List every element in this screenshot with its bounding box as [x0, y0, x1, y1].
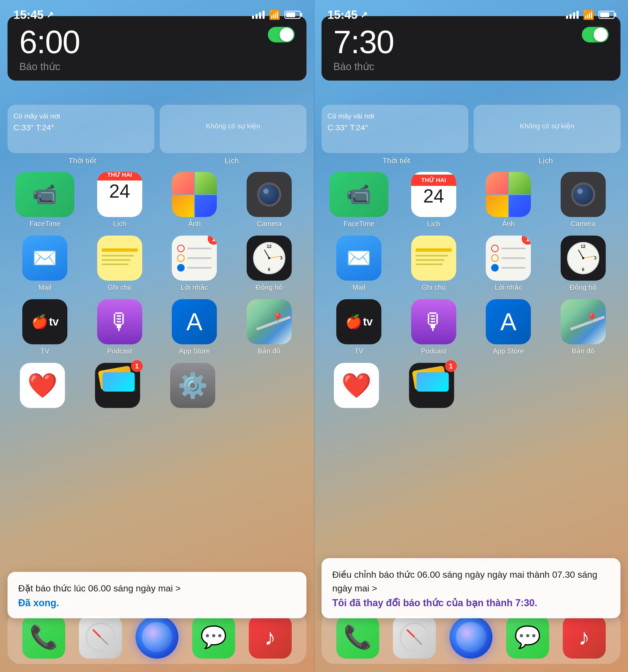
- left-weather-text: Có mây vài nơi: [14, 111, 148, 121]
- right-dock-music[interactable]: ♪: [563, 616, 606, 658]
- right-dock-phone[interactable]: 📞: [336, 616, 379, 658]
- right-calendar-label: Lịch: [471, 156, 621, 165]
- right-weather-label: Thời tiết: [322, 156, 471, 165]
- facetime-video-icon: 📹: [32, 183, 57, 206]
- right-status-right: 📶: [566, 9, 614, 20]
- left-app-row-1: 📹 FaceTime THỨ HAI 24 Lịch: [7, 172, 306, 228]
- right-app-camera[interactable]: Camera: [554, 172, 613, 228]
- settings-gear-icon: ⚙️: [178, 371, 208, 400]
- right-facetime-icon: 📹: [346, 183, 372, 206]
- right-app-grid: 📹 FaceTime THỨ HAI 24 Lịch: [322, 172, 621, 418]
- left-wifi-icon: 📶: [269, 9, 280, 20]
- left-app-clock[interactable]: 12 3 6 Đồng hồ: [240, 236, 299, 292]
- left-battery-icon: [284, 11, 301, 19]
- right-phone-icon: 📞: [344, 624, 372, 650]
- right-app-clock[interactable]: 12 3 6 Đồng hồ: [554, 236, 613, 292]
- left-dock-messages[interactable]: 💬: [192, 616, 235, 658]
- right-widgets-row: Có mây vài nơi C:33° T:24° Không có sự k…: [322, 105, 621, 153]
- left-app-settings[interactable]: ⚙️: [163, 363, 222, 411]
- left-dock-siri[interactable]: [135, 616, 178, 658]
- right-mail-icon: ✉️: [346, 246, 372, 270]
- right-app-health[interactable]: ❤️: [327, 363, 386, 411]
- left-app-notes[interactable]: Ghi chú: [90, 236, 149, 292]
- right-weather-wrapper: Có mây vài nơi C:33° T:24°: [322, 105, 468, 153]
- music-note-icon: ♪: [265, 624, 276, 650]
- right-signal-icon: [566, 11, 579, 19]
- left-dock-music[interactable]: ♪: [249, 616, 292, 658]
- right-app-wallet[interactable]: 1: [402, 363, 461, 411]
- right-time-text: 15:45: [327, 8, 358, 22]
- messages-bubble-icon: 💬: [200, 624, 227, 650]
- right-app-calendar[interactable]: THỨ HAI 24 Lịch: [404, 172, 463, 228]
- left-signal-icon: [252, 11, 265, 19]
- left-app-wallet[interactable]: 1: [88, 363, 147, 411]
- left-siri-main-text: Đặt báo thức lúc 06.00 sáng ngày mai >: [18, 581, 296, 595]
- right-status-time: 15:45 ↗: [327, 8, 368, 22]
- left-speech-bubble: Đặt báo thức lúc 06.00 sáng ngày mai > Đ…: [7, 572, 306, 618]
- right-app-podcast[interactable]: 🎙 Podcast: [404, 299, 463, 355]
- right-siri-container: Điều chỉnh báo thức 06.00 sáng ngày ngày…: [322, 558, 621, 618]
- phone-divider: [314, 0, 315, 672]
- right-wallet-badge: 1: [445, 360, 457, 372]
- right-dock-siri[interactable]: [450, 616, 493, 658]
- left-weather-label: Thời tiết: [7, 156, 157, 165]
- right-speech-bubble: Điều chỉnh báo thức 06.00 sáng ngày ngày…: [322, 558, 621, 618]
- left-phone-screen: 15:45 ↗ 📶 6:00 Báo thức: [0, 0, 314, 672]
- left-calendar-wrapper: Không có sự kiện: [160, 105, 306, 153]
- right-weather-text: Có mây vài nơi: [327, 111, 462, 121]
- right-calendar-widget[interactable]: Không có sự kiện: [474, 105, 621, 153]
- left-status-bar: 15:45 ↗ 📶: [0, 0, 314, 24]
- left-siri-result: Đã xong.: [18, 597, 296, 608]
- left-app-mail[interactable]: ✉️ Mail: [15, 236, 74, 292]
- left-dock-phone[interactable]: 📞: [22, 616, 65, 658]
- right-alarm-toggle[interactable]: [582, 27, 609, 43]
- left-dock-safari[interactable]: [79, 616, 122, 658]
- right-dock-safari[interactable]: [393, 616, 436, 658]
- right-alarm-time: 7:30: [333, 26, 609, 58]
- right-dock: 📞 💬 ♪: [322, 610, 621, 664]
- left-calendar-widget[interactable]: Không có sự kiện: [160, 105, 306, 153]
- left-app-appletv[interactable]: 🍎 tv TV: [15, 299, 74, 355]
- right-appstore-icon: A: [500, 308, 517, 336]
- right-app-row-3: 🍎 tv TV 🎙 Podcast A: [322, 299, 621, 355]
- left-dock: 📞 💬 ♪: [7, 610, 306, 664]
- right-app-facetime[interactable]: 📹 FaceTime: [329, 172, 388, 228]
- right-wifi-icon: 📶: [583, 9, 594, 20]
- left-app-health[interactable]: ❤️: [13, 363, 72, 411]
- left-wallet-badge: 1: [131, 360, 143, 372]
- left-app-calendar[interactable]: THỨ HAI 24 Lịch: [90, 172, 149, 228]
- left-app-facetime[interactable]: 📹 FaceTime: [15, 172, 74, 228]
- left-app-row-2: ✉️ Mail Ghi chú: [7, 236, 306, 292]
- right-app-reminders[interactable]: 1 Lời nhắc: [479, 236, 538, 292]
- right-phone-screen: 15:45 ↗ 📶 7:30 Báo thức: [314, 0, 628, 672]
- right-app-appstore[interactable]: A App Store: [479, 299, 538, 355]
- left-status-time: 15:45 ↗: [14, 8, 54, 22]
- right-dock-messages[interactable]: 💬: [506, 616, 549, 658]
- right-status-bar: 15:45 ↗ 📶: [314, 0, 628, 24]
- left-app-podcast[interactable]: 🎙 Podcast: [90, 299, 149, 355]
- left-alarm-label: Báo thức: [19, 61, 295, 73]
- right-calendar-wrapper: Không có sự kiện: [474, 105, 621, 153]
- left-app-camera[interactable]: Camera: [240, 172, 299, 228]
- left-app-reminders[interactable]: 1 Lời nhắc: [165, 236, 224, 292]
- left-app-appstore[interactable]: A App Store: [165, 299, 224, 355]
- right-app-appletv[interactable]: 🍎 tv TV: [329, 299, 388, 355]
- left-location-icon: ↗: [46, 10, 54, 20]
- left-alarm-card: 6:00 Báo thức: [7, 16, 306, 80]
- left-weather-widget[interactable]: Có mây vài nơi C:33° T:24°: [7, 105, 154, 153]
- left-app-photos[interactable]: Ảnh: [165, 172, 224, 228]
- right-app-notes[interactable]: Ghi chú: [404, 236, 463, 292]
- right-widget-labels: Thời tiết Lịch: [322, 156, 621, 165]
- left-time-text: 15:45: [14, 8, 44, 22]
- right-alarm-label: Báo thức: [333, 61, 609, 73]
- left-app-maps[interactable]: 📍 Bản đồ: [240, 299, 299, 355]
- right-app-maps[interactable]: 📍 Bản đồ: [554, 299, 613, 355]
- left-siri-container: Đặt báo thức lúc 06.00 sáng ngày mai > Đ…: [7, 572, 306, 618]
- right-app-photos[interactable]: Ảnh: [479, 172, 538, 228]
- left-alarm-time: 6:00: [19, 26, 295, 58]
- right-app-mail[interactable]: ✉️ Mail: [329, 236, 388, 292]
- right-weather-widget[interactable]: Có mây vài nơi C:33° T:24°: [322, 105, 468, 153]
- right-siri-main-text: Điều chỉnh báo thức 06.00 sáng ngày ngày…: [332, 568, 610, 595]
- appstore-icon: A: [186, 308, 202, 336]
- left-alarm-toggle[interactable]: [268, 27, 295, 43]
